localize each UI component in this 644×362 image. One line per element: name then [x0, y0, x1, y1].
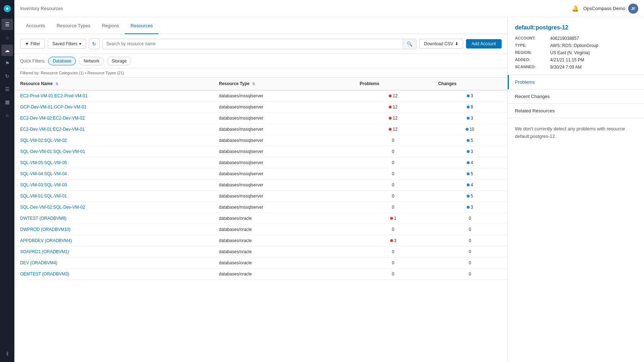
- resource-type-cell: databases/mssqlserver: [213, 191, 354, 202]
- table-row[interactable]: SQL-VM-04:SQL-VM-04databases/mssqlserver…: [14, 168, 507, 180]
- table-row[interactable]: SQL-VM-05:SQL-VM-05databases/mssqlserver…: [14, 157, 507, 168]
- saved-filters-button[interactable]: Saved Filters ▾: [48, 39, 86, 49]
- quick-filter-storage[interactable]: Storage: [107, 57, 131, 65]
- changes-dot: [466, 128, 469, 131]
- col-resource-type[interactable]: Resource Type ⇅: [213, 78, 354, 90]
- sidebar-item-menu[interactable]: ☰: [1, 19, 13, 30]
- search-button[interactable]: 🔍: [403, 39, 416, 49]
- changes-cell: 3: [433, 113, 507, 124]
- resource-name-cell: GCP-Dev-VM-01:GCP-Dev-VM-01: [14, 102, 213, 113]
- table-row[interactable]: DWTEST (ORADBVM8)databases/oracle10: [14, 213, 507, 224]
- problem-dot: [390, 217, 393, 220]
- type-label: TYPE:: [515, 43, 547, 48]
- changes-cell: 3: [433, 90, 507, 102]
- resource-name-link[interactable]: OEMTEST (ORADBVM3): [20, 272, 69, 277]
- tab-regions[interactable]: Regions: [96, 17, 125, 34]
- table-row[interactable]: SQL-VM-01:SQL-VM-01databases/mssqlserver…: [14, 191, 507, 202]
- detail-tab-problems[interactable]: Problems: [508, 75, 644, 89]
- sidebar-item-grid[interactable]: ▦: [1, 96, 13, 108]
- resource-name-cell: SQL-VM-02:SQL-VM-02: [14, 135, 213, 146]
- table-row[interactable]: APPDBDEV (ORADBVM4)databases/oracle30: [14, 235, 507, 246]
- changes-cell: 8: [433, 102, 507, 113]
- table-row[interactable]: GCP-Dev-VM-01:GCP-Dev-VM-01databases/mss…: [14, 102, 507, 113]
- resource-name-link[interactable]: EC2-Dev-VM-01:EC2-Dev-VM-01: [20, 127, 85, 132]
- sidebar-item-search[interactable]: ⌕: [1, 109, 13, 121]
- detail-content: We don't currently detect any problems w…: [508, 118, 644, 148]
- problem-dot: [389, 106, 392, 108]
- table-row[interactable]: SOAPRD1 (ORADBVM1)databases/oracle00: [14, 246, 507, 257]
- problems-cell: 0: [354, 180, 432, 191]
- region-value: US East (N. Virginia): [550, 50, 637, 55]
- resource-name-link[interactable]: SOAPRD1 (ORADBVM1): [20, 249, 69, 254]
- download-label: Download CSV: [424, 41, 453, 46]
- avatar: JF: [628, 4, 638, 14]
- content-area: Accounts Resource Types Regions Resource…: [14, 17, 644, 362]
- chevron-down-icon: ▾: [79, 41, 81, 46]
- resource-name-link[interactable]: GCP-Dev-VM-01:GCP-Dev-VM-01: [20, 105, 87, 110]
- table-row[interactable]: SQL-VM-02:SQL-VM-02databases/mssqlserver…: [14, 135, 507, 146]
- table-row[interactable]: EC2-Prod-VM-01:EC2-Prod-VM-01databases/m…: [14, 90, 507, 102]
- sort-icon: ⇅: [252, 82, 255, 86]
- changes-cell: 0: [433, 235, 507, 246]
- tab-accounts[interactable]: Accounts: [20, 17, 51, 34]
- resource-name-link[interactable]: SQL-Dev-VM-01:SQL-Dev-VM-01: [20, 149, 85, 154]
- add-account-button[interactable]: Add Account: [466, 39, 502, 48]
- table-row[interactable]: SQL-Dev-VM-01:SQL-Dev-VM-01databases/mss…: [14, 146, 507, 157]
- detail-tab-recent-changes[interactable]: Recent Changes: [508, 89, 644, 104]
- notifications-icon[interactable]: 🔔: [572, 5, 579, 12]
- download-csv-button[interactable]: Download CSV ⬇: [419, 39, 463, 49]
- changes-dot: [467, 206, 470, 209]
- detail-header: default:postgres-12 ACCOUNT: 40621903885…: [508, 17, 644, 75]
- col-resource-name[interactable]: Resource Name ⇅: [14, 78, 213, 90]
- detail-meta: ACCOUNT: 406219038857 TYPE: AWS::RDS::Op…: [515, 36, 637, 70]
- resource-name-link[interactable]: SQL-VM-05:SQL-VM-05: [20, 160, 67, 165]
- user-name: OpsCompass Demo: [583, 6, 625, 11]
- sidebar-item-cloud[interactable]: ☁: [1, 45, 13, 56]
- changes-dot: [467, 195, 470, 198]
- resource-name-link[interactable]: SQL-VM-02:SQL-VM-02: [20, 138, 67, 143]
- table-row[interactable]: SQL-Dev-VM-02:SQL-Dev-VM-02databases/mss…: [14, 202, 507, 213]
- problems-cell: 0: [354, 146, 432, 157]
- resource-name-link[interactable]: EC2-Dev-VM-02:EC2-Dev-VM-02: [20, 116, 85, 121]
- resource-name-link[interactable]: EC2-Prod-VM-01:EC2-Prod-VM-01: [20, 93, 87, 98]
- resource-name-link[interactable]: SQL-VM-04:SQL-VM-04: [20, 171, 67, 176]
- resource-name-cell: EC2-Prod-VM-01:EC2-Prod-VM-01: [14, 90, 213, 102]
- resources-table: Resource Name ⇅ Resource Type ⇅ Problems…: [14, 78, 507, 280]
- sidebar-item-flag[interactable]: ⚑: [1, 57, 13, 69]
- problems-cell: 12: [354, 113, 432, 124]
- sidebar-item-home[interactable]: ⌂: [1, 32, 13, 43]
- quick-filter-network[interactable]: Network: [79, 57, 104, 65]
- resource-name-link[interactable]: DEV (ORADBVM4): [20, 260, 57, 265]
- table-row[interactable]: EC2-Dev-VM-02:EC2-Dev-VM-02databases/mss…: [14, 113, 507, 124]
- table-row[interactable]: EC2-Dev-VM-01:EC2-Dev-VM-01databases/mss…: [14, 124, 507, 135]
- resource-name-link[interactable]: APPDBDEV (ORADBVM4): [20, 238, 72, 243]
- filter-button[interactable]: ▼ Filter: [20, 39, 45, 49]
- changes-cell: 0: [433, 213, 507, 224]
- quick-filter-database[interactable]: Database: [48, 57, 76, 65]
- resource-name-link[interactable]: SQL-Dev-VM-02:SQL-Dev-VM-02: [20, 205, 85, 210]
- table-row[interactable]: DEV (ORADBVM4)databases/oracle00: [14, 257, 507, 269]
- sidebar-item-list[interactable]: ☰: [1, 83, 13, 95]
- changes-dot: [467, 117, 470, 120]
- refresh-button[interactable]: ↻: [89, 38, 100, 49]
- tab-resource-types[interactable]: Resource Types: [51, 17, 96, 34]
- resource-type-cell: databases/mssqlserver: [213, 146, 354, 157]
- tab-resources[interactable]: Resources: [125, 17, 159, 34]
- table-row[interactable]: DWPROD (ORADBVM10)databases/oracle00: [14, 224, 507, 235]
- app-logo[interactable]: [1, 3, 13, 14]
- problems-cell: 0: [354, 269, 432, 280]
- account-value: 406219038857: [550, 36, 637, 41]
- sidebar-item-refresh[interactable]: ↻: [1, 70, 13, 82]
- problems-cell: 1: [354, 213, 432, 224]
- table-row[interactable]: OEMTEST (ORADBVM3)databases/oracle00: [14, 269, 507, 280]
- resource-type-cell: databases/oracle: [213, 257, 354, 269]
- resource-name-link[interactable]: DWTEST (ORADBVM8): [20, 216, 67, 221]
- sidebar-expand-btn[interactable]: ⟪: [1, 348, 13, 359]
- table-row[interactable]: SQL-VM-03:SQL-VM-03databases/mssqlserver…: [14, 180, 507, 191]
- search-input[interactable]: [103, 39, 403, 48]
- detail-tab-related-resources[interactable]: Related Resources: [508, 104, 644, 118]
- resource-name-link[interactable]: SQL-VM-01:SQL-VM-01: [20, 194, 67, 199]
- resource-name-link[interactable]: SQL-VM-03:SQL-VM-03: [20, 182, 67, 187]
- resource-name-link[interactable]: DWPROD (ORADBVM10): [20, 227, 70, 232]
- filter-icon: ▼: [25, 41, 29, 46]
